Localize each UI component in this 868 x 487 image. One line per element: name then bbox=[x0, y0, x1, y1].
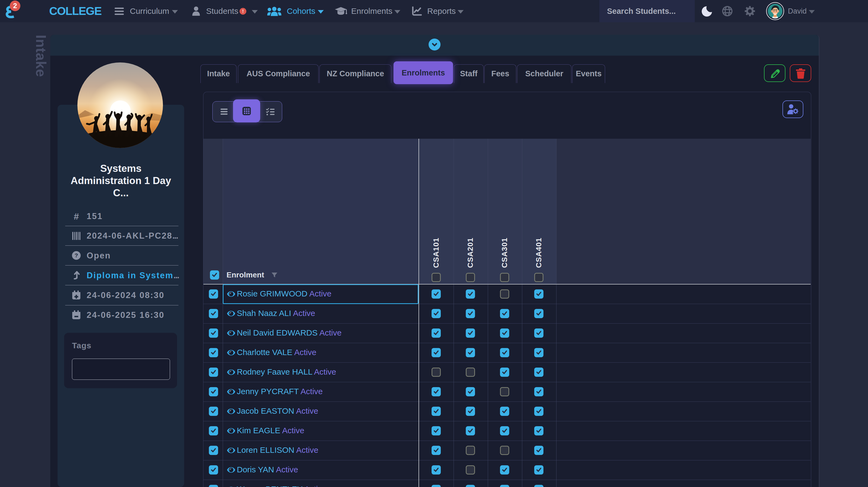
svg-text:?: ? bbox=[75, 252, 78, 258]
